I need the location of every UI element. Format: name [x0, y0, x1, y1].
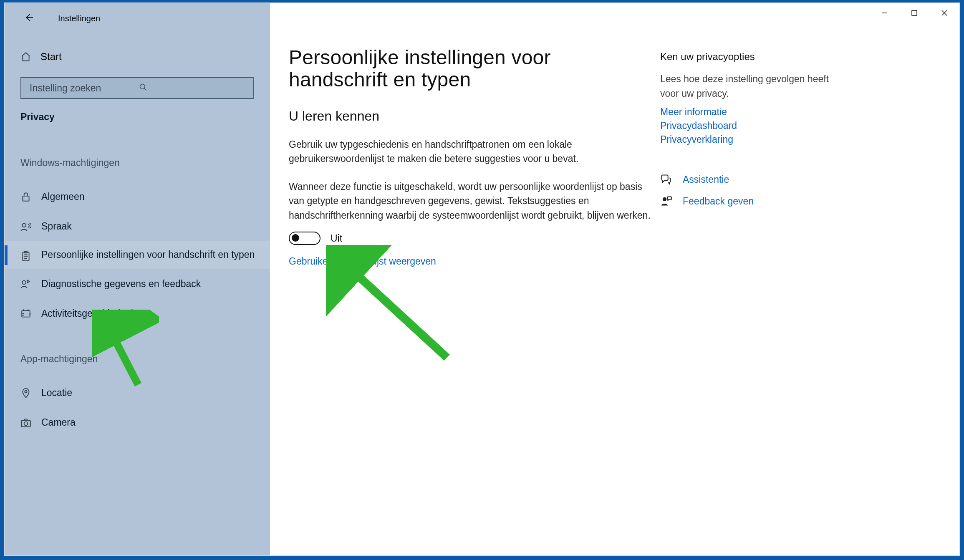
sidebar-item-label: Camera: [41, 417, 76, 428]
sidebar-item-label: Algemeen: [41, 191, 85, 202]
svg-point-9: [24, 421, 28, 425]
section-header-app-permissions: App-machtigingen: [5, 328, 270, 366]
svg-rect-1: [23, 196, 29, 201]
sidebar-item-location[interactable]: Locatie: [5, 378, 270, 408]
feedback-icon: [20, 279, 31, 290]
sidebar-item-label: Persoonlijke instellingen voor handschri…: [41, 249, 255, 261]
back-button[interactable]: [24, 13, 34, 24]
lock-icon: [20, 192, 31, 202]
maximize-button[interactable]: [899, 2, 929, 24]
sidebar-item-activity-history[interactable]: Activiteitsgeschiedenis: [5, 299, 270, 328]
minimize-button[interactable]: [869, 2, 899, 24]
help-icon: [660, 174, 672, 185]
camera-icon: [20, 417, 31, 428]
activity-icon: [20, 308, 31, 319]
give-feedback-link[interactable]: Feedback geven: [683, 196, 754, 207]
feedback-person-icon: [660, 195, 672, 207]
aside-text: Lees hoe deze instelling gevolgen heeft …: [660, 63, 850, 101]
view-dictionary-link[interactable]: Gebruikerswoordenlijst weergeven: [289, 256, 436, 267]
page-title: Persoonlijke instellingen voor handschri…: [289, 47, 652, 91]
description-2: Wanneer deze functie is uitgeschakeld, w…: [289, 166, 652, 223]
sidebar-item-camera[interactable]: Camera: [5, 408, 270, 437]
sidebar-item-label: Spraak: [41, 221, 72, 232]
current-category: Privacy: [5, 99, 270, 123]
svg-point-0: [140, 84, 145, 89]
speech-icon: [20, 221, 31, 232]
home-label: Start: [40, 51, 62, 63]
svg-rect-10: [912, 10, 917, 15]
close-button[interactable]: [929, 2, 959, 24]
location-icon: [20, 388, 31, 399]
svg-point-5: [22, 280, 26, 284]
svg-rect-8: [21, 420, 30, 426]
description-1: Gebruik uw typgeschiedenis en handschrif…: [289, 124, 652, 166]
inking-typing-toggle[interactable]: [289, 232, 320, 245]
toggle-state-label: Uit: [331, 233, 342, 244]
svg-point-7: [25, 391, 27, 393]
sidebar-item-label: Activiteitsgeschiedenis: [41, 308, 138, 319]
sidebar-item-speech[interactable]: Spraak: [5, 212, 270, 241]
sidebar-item-diagnostics[interactable]: Diagnostische gegevens en feedback: [5, 269, 270, 299]
svg-rect-6: [22, 310, 30, 317]
svg-point-2: [22, 223, 26, 227]
search-input[interactable]: Instelling zoeken: [20, 77, 254, 99]
privacy-dashboard-link[interactable]: Privacydashboard: [660, 120, 850, 131]
section-header-windows-permissions: Windows-machtigingen: [5, 123, 270, 169]
settings-sidebar: Instellingen Start Instelling zoeken Pri…: [5, 3, 270, 555]
window-title: Instellingen: [58, 14, 100, 23]
clipboard-icon: [20, 251, 31, 262]
sidebar-item-inking-typing[interactable]: Persoonlijke instellingen voor handschri…: [5, 241, 270, 269]
sidebar-item-general[interactable]: Algemeen: [5, 182, 270, 212]
search-icon: [139, 83, 248, 94]
svg-point-11: [663, 197, 666, 201]
home-icon: [20, 51, 31, 62]
sidebar-item-label: Diagnostische gegevens en feedback: [41, 278, 201, 290]
content-area: Persoonlijke instellingen voor handschri…: [270, 3, 959, 555]
svg-rect-12: [668, 197, 671, 200]
section-title: U leren kennen: [289, 91, 652, 124]
search-placeholder: Instelling zoeken: [30, 83, 139, 94]
get-help-link[interactable]: Assistentie: [683, 174, 729, 185]
more-info-link[interactable]: Meer informatie: [660, 106, 850, 118]
home-button[interactable]: Start: [5, 31, 270, 63]
privacy-statement-link[interactable]: Privacyverklaring: [660, 134, 850, 145]
aside-title: Ken uw privacyopties: [660, 51, 850, 63]
sidebar-item-label: Locatie: [41, 387, 72, 399]
